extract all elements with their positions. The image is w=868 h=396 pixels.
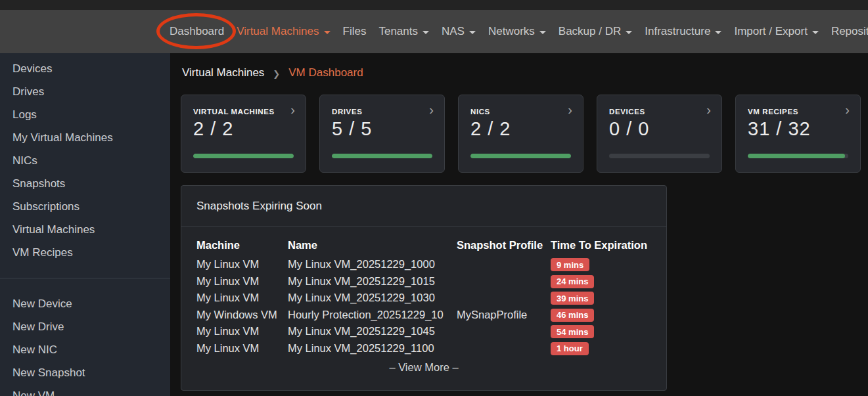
stat-card-value: 5 / 5 (332, 118, 432, 140)
sidebar-item[interactable]: VM Recipes (0, 241, 170, 264)
table-row[interactable]: My Windows VM Hourly Protection_20251229… (196, 307, 651, 324)
nav-item[interactable]: Import / Export (734, 25, 818, 38)
nav-item[interactable]: Tenants (378, 25, 429, 38)
column-header-time-to-expiration: Time To Expiration (551, 239, 651, 252)
sidebar-item[interactable]: Logs (0, 103, 170, 126)
cell-time-to-expiration: 39 mins (551, 292, 651, 305)
stat-card-progress-track (193, 154, 294, 158)
sidebar-item[interactable]: My Virtual Machines (0, 126, 170, 149)
stat-card-progress-fill (470, 154, 571, 158)
expiration-badge: 46 mins (551, 309, 594, 322)
panel-title: Snapshots Expiring Soon (181, 186, 666, 227)
sidebar-action-label: New NIC (12, 343, 57, 357)
chevron-right-icon: › (290, 103, 295, 116)
nav-item-label: Backup / DR (559, 25, 621, 38)
chevron-down-icon (423, 31, 429, 34)
sidebar-action-item[interactable]: New NIC (0, 338, 170, 361)
sidebar-item[interactable]: Subscriptions (0, 195, 170, 218)
nav-item[interactable]: Networks (488, 25, 546, 38)
sidebar-item-label: Virtual Machines (12, 223, 95, 236)
stat-card-progress-track (748, 154, 848, 158)
chevron-down-icon (469, 31, 476, 34)
expiration-badge: 1 hour (551, 342, 589, 355)
nav-item-label: Dashboard (170, 25, 224, 38)
expiration-badge: 54 mins (551, 325, 594, 338)
nav-item-label: NAS (442, 25, 465, 38)
nav-item[interactable]: NAS (442, 25, 476, 38)
nav-item-label: Import / Export (734, 25, 807, 38)
stat-card-label: NICS (470, 108, 571, 116)
sidebar-actions-group: New Device New Drive New NIC New Snapsho… (0, 292, 170, 396)
nav-item-label: Infrastructure (645, 25, 710, 38)
stat-card-progress-fill (748, 154, 845, 158)
cell-name: My Linux VM_20251229_1000 (288, 258, 457, 271)
stat-card-value: 2 / 2 (470, 118, 571, 140)
table-row[interactable]: My Linux VM My Linux VM_20251229_1030 39… (196, 290, 651, 307)
sidebar-action-item[interactable]: New VM (0, 384, 170, 396)
sidebar-item-label: NICs (12, 154, 37, 167)
sidebar-item[interactable]: Drives (0, 80, 170, 103)
stat-card[interactable]: VIRTUAL MACHINES › 2 / 2 (181, 95, 306, 173)
nav-item-label: Virtual Machines (237, 25, 319, 38)
nav-item[interactable]: Infrastructure (645, 25, 721, 38)
cell-machine: My Linux VM (196, 292, 288, 304)
cell-time-to-expiration: 9 mins (551, 258, 651, 272)
stat-card[interactable]: DEVICES › 0 / 0 (597, 95, 722, 173)
cell-time-to-expiration: 1 hour (551, 341, 651, 355)
cell-machine: My Linux VM (196, 258, 288, 271)
breadcrumb-current[interactable]: VM Dashboard (288, 66, 363, 79)
nav-item-label: Tenants (378, 25, 418, 38)
expiration-badge: 9 mins (551, 258, 589, 271)
sidebar-primary-group: Devices Drives Logs My Virtual Machines … (0, 57, 170, 264)
cell-name: My Linux VM_20251229_1015 (288, 275, 457, 288)
sidebar-item[interactable]: Snapshots (0, 172, 170, 195)
sidebar-action-item[interactable]: New Device (0, 292, 170, 315)
table-row[interactable]: My Linux VM My Linux VM_20251229_1015 24… (196, 273, 651, 290)
cell-name: My Linux VM_20251229_1030 (288, 292, 457, 304)
expiration-badge: 24 mins (551, 275, 594, 288)
stat-card-progress-fill (332, 154, 432, 158)
cell-name: Hourly Protection_20251229_10 (288, 309, 457, 321)
sidebar-item[interactable]: Virtual Machines (0, 218, 170, 241)
sidebar-divider (0, 278, 170, 278)
nav-item-label: Repositories (831, 25, 868, 38)
chevron-right-icon: › (845, 103, 850, 116)
table-row[interactable]: My Linux VM My Linux VM_20251229_1045 54… (196, 323, 651, 340)
column-header-name: Name (288, 239, 457, 252)
cell-time-to-expiration: 24 mins (551, 275, 651, 288)
view-more-link[interactable]: – View More – (196, 361, 651, 374)
stat-card[interactable]: NICS › 2 / 2 (458, 95, 583, 173)
stat-card[interactable]: VM RECIPES › 31 / 32 (735, 95, 861, 173)
nav-item-label: Networks (488, 25, 535, 38)
table-row[interactable]: My Linux VM My Linux VM_20251229_1000 9 … (196, 256, 651, 273)
stat-card[interactable]: DRIVES › 5 / 5 (319, 95, 445, 173)
cell-machine: My Linux VM (196, 325, 288, 338)
stat-card-label: DRIVES (332, 108, 432, 116)
nav-item[interactable]: Dashboard (170, 25, 224, 38)
breadcrumb-parent-link[interactable]: Virtual Machines (182, 66, 264, 79)
sidebar: Devices Drives Logs My Virtual Machines … (0, 53, 170, 396)
nav-item[interactable]: Repositories (831, 25, 868, 38)
expiration-badge: 39 mins (551, 292, 594, 305)
breadcrumb: Virtual Machines ❯ VM Dashboard (182, 66, 868, 79)
cell-machine: My Linux VM (196, 342, 288, 355)
sidebar-action-label: New Device (12, 297, 72, 311)
sidebar-item-label: Logs (12, 108, 37, 121)
sidebar-action-item[interactable]: New Drive (0, 315, 170, 338)
stat-card-value: 31 / 32 (748, 118, 848, 140)
sidebar-action-item[interactable]: New Snapshot (0, 361, 170, 384)
sidebar-item[interactable]: NICs (0, 149, 170, 172)
sidebar-item[interactable]: Devices (0, 57, 170, 80)
stat-card-label: VIRTUAL MACHINES (193, 108, 294, 116)
chevron-down-icon (715, 31, 721, 34)
chevron-down-icon (812, 31, 819, 34)
chevron-down-icon (626, 31, 632, 34)
nav-item[interactable]: Backup / DR (559, 25, 632, 38)
stat-card-label: VM RECIPES (748, 108, 848, 116)
table-row[interactable]: My Linux VM My Linux VM_20251229_1100 1 … (196, 340, 651, 357)
content-layout: Devices Drives Logs My Virtual Machines … (0, 53, 868, 396)
nav-item[interactable]: Files (343, 25, 367, 38)
sidebar-action-label: New VM (12, 389, 55, 396)
stat-card-value: 2 / 2 (193, 118, 294, 140)
nav-item[interactable]: Virtual Machines (237, 25, 330, 38)
